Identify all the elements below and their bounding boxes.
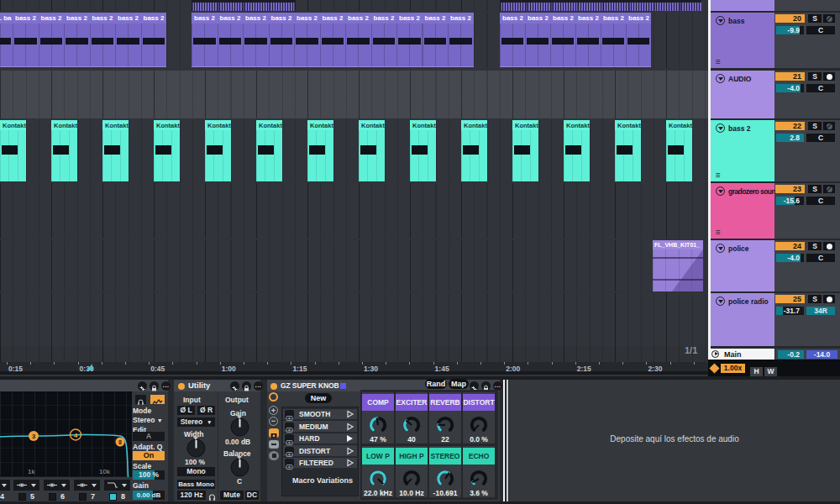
svg-text:3: 3	[32, 433, 35, 440]
svg-text:8: 8	[118, 439, 122, 445]
